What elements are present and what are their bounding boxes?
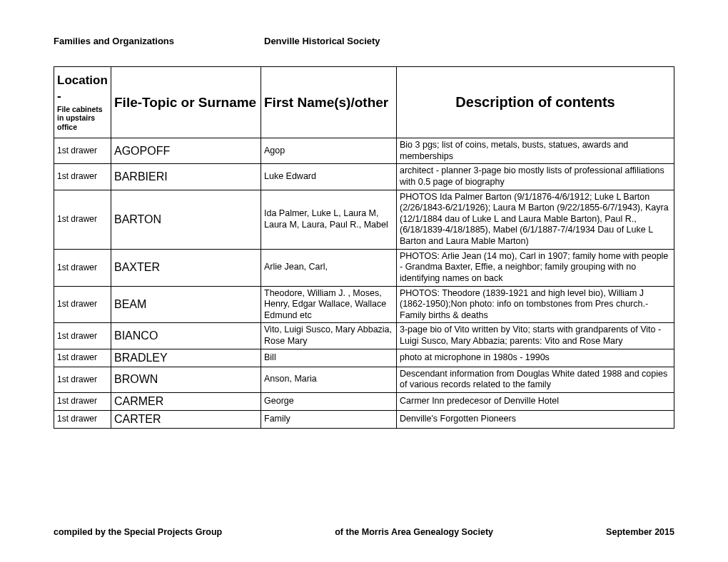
table-row: 1st drawerCARTERFamilyDenville's Forgott… <box>54 410 674 428</box>
data-table: Location - File cabinets in upstairs off… <box>54 66 674 429</box>
table-row: 1st drawerBARBIERILuke Edwardarchitect -… <box>54 164 674 190</box>
cell-location: 1st drawer <box>54 164 111 190</box>
cell-topic: BROWN <box>111 367 261 392</box>
cell-location: 1st drawer <box>54 323 111 349</box>
cell-first: Ida Palmer, Luke L, Laura M, Laura M, La… <box>261 190 397 249</box>
cell-description: Bio 3 pgs; list of coins, metals, busts,… <box>397 138 674 164</box>
col-location: Location - File cabinets in upstairs off… <box>54 67 111 138</box>
table-row: 1st drawerBROWNAnson, MariaDescendant in… <box>54 367 674 392</box>
cell-location: 1st drawer <box>54 349 111 367</box>
cell-description: 3-page bio of Vito written by Vito; star… <box>397 323 674 349</box>
cell-first: George <box>261 392 397 410</box>
cell-topic: BARBIERI <box>111 164 261 190</box>
cell-location: 1st drawer <box>54 392 111 410</box>
table-row: 1st drawerBAXTERArlie Jean, Carl,PHOTOS:… <box>54 249 674 286</box>
footer-left: compiled by the Special Projects Group <box>54 527 222 537</box>
footer-right: September 2015 <box>606 527 674 537</box>
cell-description: PHOTOS: Arlie Jean (14 mo), Carl in 1907… <box>397 249 674 286</box>
cell-topic: BAXTER <box>111 249 261 286</box>
footer-center: of the Morris Area Genealogy Society <box>335 527 493 537</box>
cell-topic: CARMER <box>111 392 261 410</box>
table-row: 1st drawerBIANCOVito, Luigi Susco, Mary … <box>54 323 674 349</box>
cell-first: Vito, Luigi Susco, Mary Abbazia, Rose Ma… <box>261 323 397 349</box>
cell-description: architect - planner 3-page bio mostly li… <box>397 164 674 190</box>
header-left: Families and Organizations <box>54 36 264 46</box>
cell-first: Arlie Jean, Carl, <box>261 249 397 286</box>
col-description: Description of contents <box>397 67 674 138</box>
cell-description: Denville's Forgotten Pioneers <box>397 410 674 428</box>
table-row: 1st drawerBARTONIda Palmer, Luke L, Laur… <box>54 190 674 249</box>
col-first: First Name(s)/other <box>261 67 397 138</box>
table-body: 1st drawerAGOPOFFAgopBio 3 pgs; list of … <box>54 138 674 429</box>
loc-header-sub: File cabinets in upstairs office <box>57 105 108 132</box>
cell-description: photo at microphone in 1980s - 1990s <box>397 349 674 367</box>
cell-first: Agop <box>261 138 397 164</box>
page-header: Families and Organizations Denville Hist… <box>54 36 674 46</box>
header-center: Denville Historical Society <box>264 36 674 46</box>
table-row: 1st drawerBRADLEYBillphoto at microphone… <box>54 349 674 367</box>
cell-topic: BEAM <box>111 286 261 323</box>
loc-header-main: Location - <box>57 73 108 103</box>
table-header-row: Location - File cabinets in upstairs off… <box>54 67 674 138</box>
cell-first: Theodore, William J. , Moses, Henry, Edg… <box>261 286 397 323</box>
col-topic: File-Topic or Surname <box>111 67 261 138</box>
table-row: 1st drawerCARMERGeorgeCarmer Inn predece… <box>54 392 674 410</box>
cell-topic: BIANCO <box>111 323 261 349</box>
cell-topic: BARTON <box>111 190 261 249</box>
cell-first: Anson, Maria <box>261 367 397 392</box>
page-footer: compiled by the Special Projects Group o… <box>54 527 674 537</box>
table-row: 1st drawerAGOPOFFAgopBio 3 pgs; list of … <box>54 138 674 164</box>
cell-description: Carmer Inn predecesor of Denville Hotel <box>397 392 674 410</box>
cell-first: Luke Edward <box>261 164 397 190</box>
cell-location: 1st drawer <box>54 190 111 249</box>
cell-description: Descendant information from Douglas Whit… <box>397 367 674 392</box>
cell-location: 1st drawer <box>54 286 111 323</box>
cell-description: PHOTOS Ida Palmer Barton (9/1/1876-4/6/1… <box>397 190 674 249</box>
table-row: 1st drawerBEAMTheodore, William J. , Mos… <box>54 286 674 323</box>
cell-location: 1st drawer <box>54 367 111 392</box>
cell-location: 1st drawer <box>54 138 111 164</box>
cell-topic: AGOPOFF <box>111 138 261 164</box>
cell-location: 1st drawer <box>54 249 111 286</box>
cell-location: 1st drawer <box>54 410 111 428</box>
cell-topic: BRADLEY <box>111 349 261 367</box>
cell-topic: CARTER <box>111 410 261 428</box>
cell-description: PHOTOS: Theodore (1839-1921 and high lev… <box>397 286 674 323</box>
cell-first: Family <box>261 410 397 428</box>
cell-first: Bill <box>261 349 397 367</box>
